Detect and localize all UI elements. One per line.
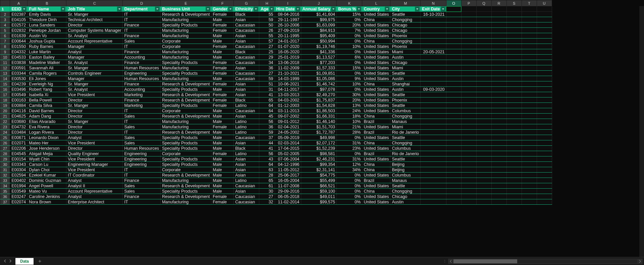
cell[interactable]: Analyst (66, 135, 123, 140)
row-header[interactable]: 11 (0, 60, 10, 65)
cell[interactable]: $49,011 (301, 194, 336, 199)
cell[interactable] (522, 49, 537, 55)
cell[interactable]: Phoenix (390, 33, 421, 39)
table-header-cell[interactable]: Exit Date (421, 6, 446, 12)
cell[interactable] (491, 124, 506, 130)
cell[interactable]: Chongqing (390, 17, 421, 22)
cell[interactable]: IT (123, 17, 161, 22)
cell[interactable]: Shanghai (390, 81, 421, 87)
cell[interactable]: 11-02-2014 (275, 199, 301, 205)
cell[interactable] (491, 97, 506, 103)
cell[interactable] (461, 6, 476, 12)
cell[interactable] (476, 33, 491, 39)
cell[interactable] (506, 60, 522, 65)
cell[interactable]: 05-09-2019 (275, 135, 301, 140)
cell[interactable]: 10-06-2021 (275, 81, 301, 87)
cell[interactable]: $1,66,331 (301, 114, 336, 119)
cell[interactable] (537, 146, 552, 151)
cell[interactable]: Caucasian (234, 135, 259, 140)
cell[interactable]: Male (211, 55, 234, 60)
cell[interactable]: Sales (123, 189, 161, 194)
cell[interactable] (491, 194, 506, 199)
cell[interactable] (476, 22, 491, 28)
cell[interactable]: Asian (234, 17, 259, 22)
cell[interactable] (537, 44, 552, 49)
cell[interactable]: Emily Davis (28, 12, 66, 17)
cell[interactable]: Asian (234, 81, 259, 87)
cell[interactable]: Account Representative (66, 189, 123, 194)
cell[interactable]: Robert Yang (28, 87, 66, 92)
cell[interactable] (537, 114, 552, 119)
cell[interactable] (506, 119, 522, 124)
cell[interactable]: E00530 (10, 76, 28, 81)
filter-dropdown-icon[interactable] (269, 7, 274, 11)
cell[interactable]: 0% (336, 60, 362, 65)
cell[interactable]: 26-10-2006 (275, 22, 301, 28)
cell[interactable] (537, 103, 552, 108)
cell[interactable]: E02387 (10, 12, 28, 17)
scroll-right-icon[interactable] (637, 259, 643, 264)
cell[interactable]: 43 (259, 156, 275, 162)
cell[interactable]: Sales (123, 135, 161, 140)
cell[interactable] (491, 103, 506, 108)
cell[interactable]: Sr. Analyst (66, 87, 123, 92)
cell[interactable]: 31 (259, 87, 275, 92)
cell[interactable]: Asian (234, 87, 259, 92)
cell[interactable] (491, 114, 506, 119)
cell[interactable]: Asian (234, 114, 259, 119)
cell[interactable] (421, 183, 446, 189)
column-header[interactable]: H (259, 0, 275, 6)
cell[interactable] (537, 65, 552, 71)
cell[interactable] (506, 103, 522, 108)
cell[interactable] (476, 28, 491, 33)
cell[interactable]: $1,19,746 (301, 44, 336, 49)
cell[interactable]: Female (211, 81, 234, 87)
cell[interactable] (506, 22, 522, 28)
table-header-cell[interactable]: Hire Date (275, 6, 301, 12)
cell[interactable] (522, 156, 537, 162)
cell[interactable] (421, 173, 446, 178)
cell[interactable]: Finance (123, 33, 161, 39)
cell[interactable]: 12% (336, 162, 362, 167)
cell[interactable] (491, 119, 506, 124)
cell[interactable] (476, 130, 491, 135)
cell[interactable]: 10% (336, 119, 362, 124)
cell[interactable]: Black (234, 97, 259, 103)
cell[interactable]: 11-02-2009 (275, 65, 301, 71)
cell[interactable] (491, 156, 506, 162)
cell[interactable]: $1,52,239 (301, 146, 336, 151)
cell[interactable]: 04-03-2002 (275, 97, 301, 103)
cell[interactable] (461, 81, 476, 87)
cell[interactable] (506, 162, 522, 167)
cell[interactable]: 0% (336, 178, 362, 183)
cell[interactable]: Eva Rivera (28, 124, 66, 130)
cell[interactable]: Caucasian (234, 199, 259, 205)
cell[interactable]: 59 (259, 17, 275, 22)
cell[interactable]: $54,775 (301, 173, 336, 178)
cell[interactable] (421, 103, 446, 108)
cell[interactable]: United States (362, 76, 390, 81)
cell[interactable]: Sr. Manger (66, 12, 123, 17)
cell[interactable]: 13% (336, 103, 362, 108)
cell[interactable]: Theodore Dinh (28, 17, 66, 22)
cell[interactable]: Columbus (390, 173, 421, 178)
cell[interactable]: Easton Bailey (28, 55, 66, 60)
cell[interactable]: 9% (336, 76, 362, 81)
cell[interactable] (446, 162, 461, 167)
cell[interactable]: Accounting (123, 55, 161, 60)
cell[interactable]: 36 (259, 124, 275, 130)
cell[interactable]: 55 (259, 33, 275, 39)
cell[interactable] (476, 71, 491, 76)
cell[interactable]: Manufacturing (160, 49, 211, 55)
cell[interactable]: 0% (336, 199, 362, 205)
cell[interactable]: Analyst (66, 194, 123, 199)
cell[interactable] (476, 108, 491, 114)
cell[interactable]: 05-02-2005 (275, 151, 301, 156)
cell[interactable] (446, 173, 461, 178)
cell[interactable]: E04732 (10, 124, 28, 130)
cell[interactable] (506, 6, 522, 12)
cell[interactable] (476, 49, 491, 55)
cell[interactable] (491, 17, 506, 22)
cell[interactable] (491, 71, 506, 76)
cell[interactable]: Female (211, 92, 234, 97)
